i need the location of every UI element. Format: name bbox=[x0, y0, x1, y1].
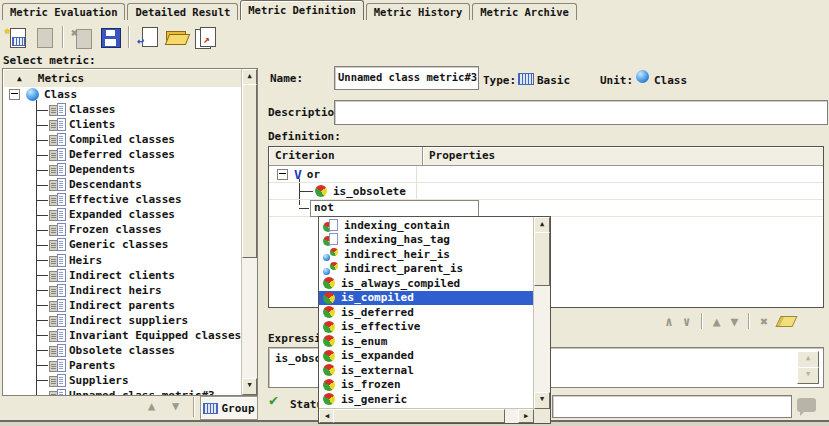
dropdown-item-label: is_frozen bbox=[341, 378, 401, 391]
dropdown-item-is-expanded[interactable]: is_expanded bbox=[319, 349, 534, 364]
tree-item-invariant-equipped-classes[interactable]: Invariant Equipped classes bbox=[3, 328, 242, 343]
remove-criterion-button[interactable]: ✖ bbox=[760, 314, 768, 329]
tree-item-clients[interactable]: Clients bbox=[3, 117, 242, 132]
dropdown-item-is-always-compiled[interactable]: is_always_compiled bbox=[319, 276, 534, 291]
tab-metric-definition[interactable]: Metric Definition bbox=[240, 0, 363, 20]
folder-front-icon bbox=[165, 34, 190, 45]
metric-tree-panel: ▲ Metrics Class ClassesClientsCompiled c… bbox=[2, 68, 258, 396]
tree-item-label: Effective classes bbox=[69, 193, 182, 206]
arrow-down-icon: ▼ bbox=[540, 395, 544, 403]
tree-item-obsolete-classes[interactable]: Obsolete classes bbox=[3, 343, 242, 358]
dropdown-item-is-compiled[interactable]: is_compiled bbox=[319, 291, 534, 306]
scrollbar-thumb[interactable] bbox=[534, 232, 550, 286]
dropdown-item-indirect-heir-is[interactable]: indirect_heir_is bbox=[319, 247, 534, 262]
criterion-row-or[interactable]: V or bbox=[269, 166, 823, 183]
criterion-label: or bbox=[307, 168, 320, 181]
tree-item-indirect-parents[interactable]: Indirect parents bbox=[3, 298, 242, 313]
metric-doc-icon bbox=[49, 163, 66, 176]
expression-scroll-up-button[interactable]: ▲ bbox=[797, 351, 819, 368]
tree-item-class-unit[interactable]: Class bbox=[3, 87, 242, 102]
arrow-left-icon: ◀ bbox=[325, 412, 329, 420]
dropdown-item-is-effective[interactable]: is_effective bbox=[319, 320, 534, 335]
reload-metric-button[interactable]: ↩ bbox=[135, 24, 161, 50]
criterion-row-is-obsolete[interactable]: is_obsolete bbox=[269, 183, 823, 200]
tree-item-compiled-classes[interactable]: Compiled classes bbox=[3, 132, 242, 147]
tree-item-heirs[interactable]: Heirs bbox=[3, 253, 242, 268]
dropdown-item-is-frozen[interactable]: is_frozen bbox=[319, 378, 534, 393]
tree-item-generic-classes[interactable]: Generic classes bbox=[3, 237, 242, 252]
dropdown-vertical-scrollbar[interactable]: ▲ ▼ bbox=[533, 217, 550, 409]
group-toggle-button[interactable]: Group bbox=[200, 396, 258, 420]
open-metric-file-button[interactable] bbox=[163, 24, 189, 50]
new-metric-button[interactable]: ★ bbox=[3, 24, 29, 50]
metric-tree-header[interactable]: ▲ Metrics bbox=[3, 69, 242, 88]
tree-item-deferred-classes[interactable]: Deferred classes bbox=[3, 147, 242, 162]
dropdown-item-indexing-has-tag[interactable]: indexing_has_tag bbox=[319, 233, 534, 248]
description-input[interactable] bbox=[334, 100, 828, 125]
clear-definition-button[interactable] bbox=[776, 316, 798, 327]
arrow-right-icon: ▶ bbox=[524, 412, 528, 420]
arrow-up-icon: ▲ bbox=[148, 399, 155, 413]
collapse-box-icon[interactable] bbox=[9, 89, 20, 100]
tree-item-effective-classes[interactable]: Effective classes bbox=[3, 192, 242, 207]
dropdown-item-indirect-parent-is[interactable]: indirect_parent_is bbox=[319, 262, 534, 277]
insert-and-button[interactable]: ∧ bbox=[665, 314, 673, 329]
tree-item-descendants[interactable]: Descendants bbox=[3, 177, 242, 192]
tab-detailed-result[interactable]: Detailed Result bbox=[127, 3, 238, 20]
tree-item-indirect-clients[interactable]: Indirect clients bbox=[3, 268, 242, 283]
insert-or-button[interactable]: ∨ bbox=[683, 314, 691, 329]
name-input[interactable]: Unnamed class metric#3 bbox=[334, 66, 479, 90]
dropdown-item-is-deferred[interactable]: is_deferred bbox=[319, 305, 534, 320]
status-message-field[interactable] bbox=[552, 395, 792, 418]
scroll-down-button[interactable]: ▼ bbox=[242, 378, 257, 395]
scroll-right-button[interactable]: ▶ bbox=[518, 409, 534, 423]
name-value: Unnamed class metric#3 bbox=[338, 71, 477, 83]
criterion-edit-box[interactable]: not bbox=[310, 200, 479, 217]
tree-item-indirect-suppliers[interactable]: Indirect suppliers bbox=[3, 313, 242, 328]
comment-bubble-icon[interactable] bbox=[797, 398, 816, 412]
tree-item-indirect-heirs[interactable]: Indirect heirs bbox=[3, 283, 242, 298]
scrollbar-thumb[interactable] bbox=[333, 409, 505, 423]
dropdown-horizontal-scrollbar[interactable]: ◀ ▶ bbox=[319, 408, 534, 423]
criterion-pie-icon bbox=[323, 306, 335, 318]
tree-item-expanded-classes[interactable]: Expanded classes bbox=[3, 207, 242, 222]
criterion-column-header[interactable]: Criterion bbox=[269, 147, 423, 165]
dropdown-item-is-external[interactable]: is_external bbox=[319, 363, 534, 378]
description-label: Description bbox=[268, 106, 341, 119]
dropdown-item-label: is_expanded bbox=[341, 349, 414, 362]
dropdown-item-is-enum[interactable]: is_enum bbox=[319, 334, 534, 349]
copy-metric-button[interactable] bbox=[31, 24, 57, 50]
move-metric-down-button[interactable]: ▼ bbox=[172, 399, 179, 413]
tree-item-dependents[interactable]: Dependents bbox=[3, 162, 242, 177]
metric-doc-icon bbox=[49, 133, 66, 146]
dropdown-item-label: is_always_compiled bbox=[341, 277, 460, 290]
scroll-down-button[interactable]: ▼ bbox=[534, 392, 550, 409]
move-criterion-up-button[interactable]: ▲ bbox=[713, 314, 721, 329]
delete-metric-button[interactable]: ✖ bbox=[69, 24, 95, 50]
collapse-box-icon[interactable] bbox=[277, 169, 288, 180]
tree-vertical-scrollbar[interactable]: ▲ ▼ bbox=[241, 69, 257, 395]
tree-item-classes[interactable]: Classes bbox=[3, 102, 242, 117]
save-metric-button[interactable] bbox=[97, 24, 123, 50]
expression-scroll-down-button[interactable]: ▼ bbox=[797, 367, 819, 384]
criterion-doc-icon bbox=[323, 219, 338, 232]
tree-item-unnamed-class-metric-3[interactable]: Unnamed class metric#3 bbox=[3, 388, 242, 395]
dropdown-item-is-generic[interactable]: is_generic bbox=[319, 392, 534, 407]
tab-metric-archive[interactable]: Metric Archive bbox=[472, 3, 577, 20]
properties-column-header[interactable]: Properties bbox=[423, 147, 495, 165]
criterion-row-not-editing[interactable]: not bbox=[269, 200, 823, 217]
import-metrics-button[interactable]: ↗ bbox=[191, 24, 217, 50]
criterion-relation-icon bbox=[323, 262, 338, 275]
separator bbox=[748, 313, 750, 329]
ruler-grid-icon bbox=[12, 37, 25, 46]
move-criterion-down-button[interactable]: ▼ bbox=[730, 314, 738, 329]
move-metric-up-button[interactable]: ▲ bbox=[148, 399, 155, 413]
dropdown-item-indexing-contain[interactable]: indexing_contain bbox=[319, 218, 534, 233]
tree-item-parents[interactable]: Parents bbox=[3, 358, 242, 373]
tree-item-suppliers[interactable]: Suppliers bbox=[3, 373, 242, 388]
scrollbar-thumb[interactable] bbox=[242, 84, 257, 258]
tree-item-frozen-classes[interactable]: Frozen classes bbox=[3, 222, 242, 237]
tab-metric-history[interactable]: Metric History bbox=[366, 3, 471, 20]
tab-metric-evaluation[interactable]: Metric Evaluation bbox=[2, 3, 125, 20]
tree-item-label: Generic classes bbox=[69, 238, 168, 251]
